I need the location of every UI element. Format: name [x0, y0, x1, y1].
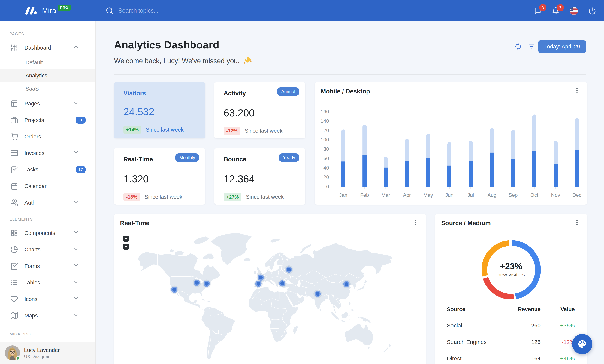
- sidebar-badge-tasks: 17: [76, 166, 86, 173]
- language-button[interactable]: [569, 7, 578, 15]
- welcome-message: Welcome back, Lucy! We've missed you.: [114, 56, 252, 65]
- sidebar-subitem-default[interactable]: Default: [0, 56, 95, 69]
- donut-slice-search-engines[interactable]: [486, 278, 514, 297]
- page-title: Analytics Dashboard: [114, 39, 252, 51]
- map-marker[interactable]: [254, 280, 263, 288]
- map-marker[interactable]: [278, 279, 287, 288]
- bar-desktop-apr[interactable]: [405, 139, 409, 161]
- bar-desktop-feb[interactable]: [362, 125, 366, 155]
- sidebar-subitem-analytics[interactable]: Analytics: [0, 69, 95, 82]
- stat-period-tag[interactable]: Yearly: [279, 153, 299, 162]
- bar-mobile-oct[interactable]: [532, 151, 537, 187]
- chevron-down-icon: [73, 149, 79, 156]
- sidebar-item-charts[interactable]: Charts: [0, 241, 95, 258]
- sidebar-section-label: PAGES: [0, 21, 95, 39]
- map-zoom-out-button[interactable]: −: [123, 244, 129, 250]
- bar-mobile-sep[interactable]: [511, 159, 515, 187]
- map-marker[interactable]: [202, 280, 211, 288]
- stat-card-activity: ActivityAnnual63.200-12%Since last week: [214, 82, 305, 138]
- refresh-icon: [514, 43, 522, 50]
- map-zoom-in-button[interactable]: +: [123, 236, 129, 242]
- map-marker[interactable]: [170, 286, 178, 294]
- sidebar-item-maps[interactable]: Maps: [0, 307, 95, 324]
- bar-desktop-oct[interactable]: [532, 114, 537, 151]
- map-marker[interactable]: [193, 279, 201, 287]
- notifications-button[interactable]: 7: [552, 7, 559, 14]
- source-table-row[interactable]: Direct164+46%: [447, 350, 575, 364]
- sidebar-item-tables[interactable]: Tables: [0, 274, 95, 291]
- bar-mobile-mar[interactable]: [384, 168, 388, 187]
- bar-desktop-dec[interactable]: [575, 118, 579, 150]
- stat-period-tag[interactable]: Annual: [277, 88, 299, 96]
- bar-desktop-jun[interactable]: [447, 142, 452, 166]
- source-medium-card: Source / Medium +23% new visitors Source…: [435, 214, 587, 364]
- stat-note: Since last week: [246, 194, 284, 200]
- map-marker[interactable]: [342, 280, 351, 289]
- stat-card-real-time: Real-TimeMonthly1.320-18%Since last week: [114, 148, 205, 204]
- world-map[interactable]: [123, 225, 419, 364]
- today-button[interactable]: Today: April 29: [538, 40, 586, 53]
- bar-mobile-apr[interactable]: [405, 161, 409, 187]
- mira-logo-icon: [25, 7, 37, 15]
- sidebar-item-invoices[interactable]: Invoices: [0, 145, 95, 161]
- map-icon: [11, 312, 18, 319]
- sidebar-item-auth[interactable]: Auth: [0, 194, 95, 211]
- sidebar-item-tasks[interactable]: Tasks17: [0, 161, 95, 178]
- search-input[interactable]: [118, 7, 231, 14]
- sidebar-item-icons[interactable]: Icons: [0, 291, 95, 307]
- bar-desktop-mar[interactable]: [384, 157, 388, 167]
- map-marker[interactable]: [314, 290, 322, 298]
- sidebar-item-components[interactable]: Components: [0, 225, 95, 241]
- bar-desktop-may[interactable]: [426, 134, 430, 158]
- bar-desktop-nov[interactable]: [554, 141, 558, 164]
- sidebar-item-label: Maps: [24, 313, 73, 319]
- bar-mobile-nov[interactable]: [554, 164, 558, 187]
- bar-mobile-jan[interactable]: [341, 161, 345, 187]
- bar-desktop-jul[interactable]: [469, 141, 473, 161]
- sidebar-section-label: MIRA PRO: [0, 324, 95, 339]
- bar-mobile-may[interactable]: [426, 158, 430, 187]
- map-marker[interactable]: [285, 265, 293, 274]
- navbar-search: [106, 7, 534, 15]
- x-axis-tick-label: Jan: [339, 192, 347, 198]
- stat-title: Activity: [224, 90, 246, 97]
- bar-mobile-dec[interactable]: [575, 150, 579, 187]
- realtime-map-card: Real-Time + −: [114, 214, 426, 364]
- bar-desktop-sep[interactable]: [511, 130, 515, 159]
- source-card-menu-button[interactable]: [573, 219, 581, 226]
- refresh-button[interactable]: [511, 40, 525, 53]
- brand-name: Mira: [42, 6, 56, 15]
- sidebar-user[interactable]: Lucy Lavender UX Designer: [0, 342, 95, 364]
- sidebar: PAGESDashboardDefaultAnalyticsSaaSPagesP…: [0, 21, 96, 364]
- theme-settings-fab[interactable]: [572, 334, 592, 354]
- bar-desktop-jan[interactable]: [341, 129, 345, 161]
- sidebar-item-label: Icons: [24, 296, 73, 302]
- sidebar-badge-projects: 8: [76, 116, 86, 124]
- sidebar-item-dashboard[interactable]: Dashboard: [0, 39, 95, 56]
- stat-note: Since last week: [145, 194, 183, 200]
- source-table-row[interactable]: Social260+35%: [447, 317, 575, 334]
- bar-mobile-feb[interactable]: [362, 155, 366, 187]
- bar-desktop-aug[interactable]: [490, 128, 494, 152]
- bar-mobile-jul[interactable]: [469, 161, 473, 187]
- x-axis-tick-label: Dec: [572, 192, 581, 198]
- sidebar-subitem-saas[interactable]: SaaS: [0, 82, 95, 95]
- main-content: Analytics Dashboard Welcome back, Lucy! …: [96, 21, 604, 364]
- bar-mobile-jun[interactable]: [447, 166, 452, 187]
- sidebar-item-forms[interactable]: Forms: [0, 258, 95, 274]
- donut-center-label: new visitors: [435, 272, 587, 278]
- stat-note: Since last week: [146, 127, 184, 133]
- logout-button[interactable]: [588, 7, 596, 14]
- filter-button[interactable]: [525, 40, 538, 53]
- source-table-row[interactable]: Search Engines125-12%: [447, 334, 575, 350]
- bar-mobile-aug[interactable]: [490, 152, 494, 187]
- messages-button[interactable]: 3: [534, 7, 542, 14]
- brand[interactable]: Mira PRO: [25, 6, 71, 15]
- sidebar-item-calendar[interactable]: Calendar: [0, 178, 95, 194]
- sidebar-item-orders[interactable]: Orders: [0, 128, 95, 145]
- sidebar-item-pages[interactable]: Pages: [0, 95, 95, 112]
- sidebar-item-label: Invoices: [24, 150, 73, 156]
- x-axis-tick-label: Aug: [487, 192, 496, 198]
- stat-period-tag[interactable]: Monthly: [175, 153, 199, 162]
- sidebar-item-projects[interactable]: Projects8: [0, 112, 95, 128]
